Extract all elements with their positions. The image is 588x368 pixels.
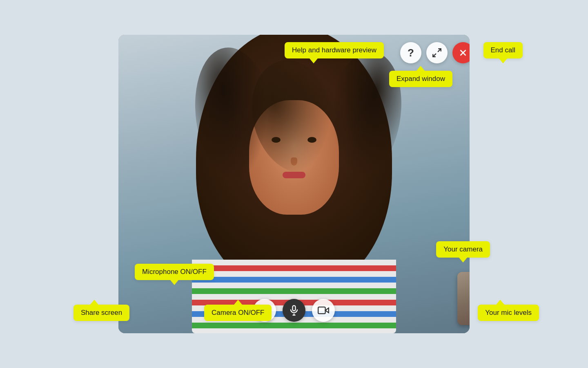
camera-icon	[318, 305, 329, 316]
end-call-tooltip: End call	[483, 42, 523, 58]
camera-toggle-button[interactable]	[312, 299, 335, 322]
video-call-container: ?	[118, 35, 470, 333]
svg-rect-8	[293, 305, 296, 311]
svg-rect-11	[318, 307, 325, 314]
camera-toggle-tooltip: Camera ON/OFF	[204, 305, 272, 321]
help-button[interactable]: ?	[400, 42, 421, 63]
self-camera-bg	[457, 272, 470, 325]
microphone-icon	[288, 305, 300, 316]
self-camera-thumbnail	[457, 272, 470, 325]
expand-icon	[432, 47, 442, 58]
top-controls-area: ?	[400, 42, 470, 63]
expand-window-tooltip: Expand window	[389, 71, 452, 87]
share-screen-tooltip: Share screen	[74, 305, 129, 321]
your-mic-levels-tooltip: Your mic levels	[478, 305, 539, 321]
subject-shirt	[192, 260, 396, 333]
question-mark-icon: ?	[408, 47, 414, 59]
end-call-button[interactable]	[452, 42, 470, 63]
help-hardware-tooltip: Help and hardware preview	[285, 42, 384, 58]
microphone-toggle-button[interactable]	[283, 299, 305, 322]
your-camera-tooltip: Your camera	[436, 241, 490, 258]
close-icon	[458, 47, 468, 58]
expand-window-button[interactable]	[426, 42, 448, 63]
microphone-tooltip: Microphone ON/OFF	[135, 264, 214, 280]
